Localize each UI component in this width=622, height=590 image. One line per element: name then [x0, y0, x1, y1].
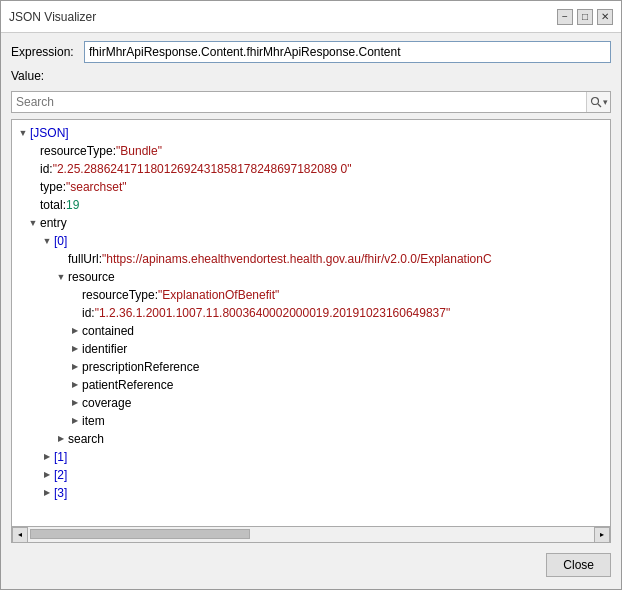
val-resourcetype: "Bundle" — [116, 142, 162, 160]
tree-row-contained[interactable]: ▶ contained — [12, 322, 611, 340]
tree-row-resource[interactable]: ▼ resource — [12, 268, 611, 286]
window-controls: − □ ✕ — [557, 9, 613, 25]
toggle-coverage[interactable]: ▶ — [68, 396, 82, 410]
key-fullurl: fullUrl: — [68, 250, 102, 268]
close-button[interactable]: Close — [546, 553, 611, 577]
tree-row-resourcetype2[interactable]: resourceType: "ExplanationOfBenefit" — [12, 286, 611, 304]
tree-row-prescriptionref[interactable]: ▶ prescriptionReference — [12, 358, 611, 376]
key-2: [2] — [54, 466, 67, 484]
restore-button[interactable]: □ — [577, 9, 593, 25]
key-resourcetype2: resourceType: — [82, 286, 158, 304]
key-json: [JSON] — [30, 124, 69, 142]
search-dropdown-icon: ▾ — [603, 97, 608, 107]
tree-row-search[interactable]: ▶ search — [12, 430, 611, 448]
toggle-0[interactable]: ▼ — [40, 234, 54, 248]
title-bar: JSON Visualizer − □ ✕ — [1, 1, 621, 33]
toggle-entry[interactable]: ▼ — [26, 216, 40, 230]
tree-row-3[interactable]: ▶ [3] — [12, 484, 611, 502]
key-item: item — [82, 412, 105, 430]
key-contained: contained — [82, 322, 134, 340]
tree-row-identifier[interactable]: ▶ identifier — [12, 340, 611, 358]
search-input[interactable] — [12, 93, 586, 111]
toggle-resource[interactable]: ▼ — [54, 270, 68, 284]
key-entry: entry — [40, 214, 67, 232]
h-scroll-left-btn[interactable]: ◂ — [12, 527, 28, 543]
key-id2: id: — [82, 304, 95, 322]
minimize-button[interactable]: − — [557, 9, 573, 25]
toggle-2[interactable]: ▶ — [40, 468, 54, 482]
key-identifier: identifier — [82, 340, 127, 358]
expression-input[interactable] — [84, 41, 611, 63]
toggle-prescriptionref[interactable]: ▶ — [68, 360, 82, 374]
tree-inner[interactable]: ▼ [JSON] resourceType: "Bundle" — [11, 119, 611, 527]
tree-row-type[interactable]: type: "searchset" — [12, 178, 611, 196]
h-scroll-track[interactable] — [28, 527, 594, 542]
close-window-button[interactable]: ✕ — [597, 9, 613, 25]
tree-row-fullurl[interactable]: fullUrl: "https://apinams.ehealthvendort… — [12, 250, 611, 268]
tree-row-1[interactable]: ▶ [1] — [12, 448, 611, 466]
toggle-patientref[interactable]: ▶ — [68, 378, 82, 392]
window-title: JSON Visualizer — [9, 10, 96, 24]
key-search: search — [68, 430, 104, 448]
tree-row-coverage[interactable]: ▶ coverage — [12, 394, 611, 412]
key-coverage: coverage — [82, 394, 131, 412]
search-icon — [590, 96, 602, 108]
key-resource: resource — [68, 268, 115, 286]
tree-row-id[interactable]: id: "2.25.288624171180126924318581782486… — [12, 160, 611, 178]
toggle-search[interactable]: ▶ — [54, 432, 68, 446]
toggle-3[interactable]: ▶ — [40, 486, 54, 500]
key-1: [1] — [54, 448, 67, 466]
tree-row-patientref[interactable]: ▶ patientReference — [12, 376, 611, 394]
h-scroll-right-btn[interactable]: ▸ — [594, 527, 610, 543]
tree-wrapper: ▼ [JSON] resourceType: "Bundle" — [11, 119, 611, 527]
svg-line-1 — [598, 104, 601, 107]
toggle-1[interactable]: ▶ — [40, 450, 54, 464]
tree-content: ▼ [JSON] resourceType: "Bundle" — [12, 120, 611, 506]
val-id2: "1.2.36.1.2001.1007.11.8003640002000019.… — [95, 304, 451, 322]
tree-row-total[interactable]: total: 19 — [12, 196, 611, 214]
val-type: "searchset" — [66, 178, 127, 196]
toggle-json[interactable]: ▼ — [16, 126, 30, 140]
key-resourcetype: resourceType: — [40, 142, 116, 160]
content-area: Expression: Value: ▾ — [1, 33, 621, 589]
tree-row-entry[interactable]: ▼ entry — [12, 214, 611, 232]
search-button[interactable]: ▾ — [586, 92, 610, 112]
tree-row-json[interactable]: ▼ [JSON] — [12, 124, 611, 142]
h-scroll-thumb[interactable] — [30, 529, 250, 539]
json-visualizer-window: JSON Visualizer − □ ✕ Expression: Value:… — [0, 0, 622, 590]
horizontal-scrollbar[interactable]: ◂ ▸ — [11, 527, 611, 543]
footer-row: Close — [11, 549, 611, 581]
tree-row-resourcetype[interactable]: resourceType: "Bundle" — [12, 142, 611, 160]
key-id: id: — [40, 160, 53, 178]
key-3: [3] — [54, 484, 67, 502]
svg-point-0 — [591, 98, 598, 105]
toggle-contained[interactable]: ▶ — [68, 324, 82, 338]
tree-area: ▼ [JSON] resourceType: "Bundle" — [11, 119, 611, 543]
tree-row-0[interactable]: ▼ [0] — [12, 232, 611, 250]
tree-row-2[interactable]: ▶ [2] — [12, 466, 611, 484]
val-total: 19 — [66, 196, 79, 214]
key-total: total: — [40, 196, 66, 214]
val-id: "2.25.2886241711801269243185817824869718… — [53, 160, 352, 178]
tree-node-root: ▼ [JSON] resourceType: "Bundle" — [12, 124, 611, 502]
value-label: Value: — [11, 69, 611, 83]
toggle-item[interactable]: ▶ — [68, 414, 82, 428]
tree-row-item[interactable]: ▶ item — [12, 412, 611, 430]
key-type: type: — [40, 178, 66, 196]
key-patientref: patientReference — [82, 376, 173, 394]
toggle-identifier[interactable]: ▶ — [68, 342, 82, 356]
expression-label: Expression: — [11, 45, 76, 59]
expression-row: Expression: — [11, 41, 611, 63]
key-prescriptionref: prescriptionReference — [82, 358, 199, 376]
tree-row-id2[interactable]: id: "1.2.36.1.2001.1007.11.8003640002000… — [12, 304, 611, 322]
key-0: [0] — [54, 232, 67, 250]
val-resourcetype2: "ExplanationOfBenefit" — [158, 286, 279, 304]
search-row: ▾ — [11, 91, 611, 113]
val-fullurl: "https://apinams.ehealthvendortest.healt… — [102, 250, 492, 268]
